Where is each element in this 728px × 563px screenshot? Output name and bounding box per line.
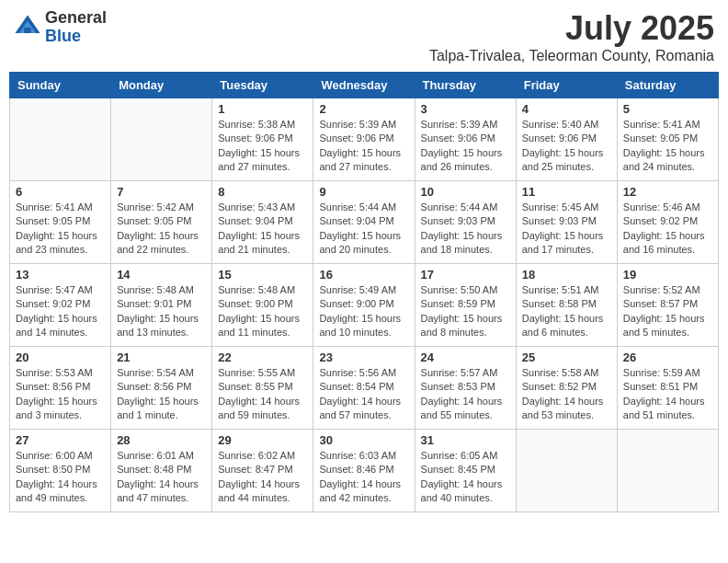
calendar-cell xyxy=(617,430,718,512)
day-number: 27 xyxy=(16,433,105,447)
weekday-header: Tuesday xyxy=(212,73,313,98)
day-info: Sunrise: 5:54 AM Sunset: 8:56 PM Dayligh… xyxy=(117,366,206,423)
calendar-cell: 16Sunrise: 5:49 AM Sunset: 9:00 PM Dayli… xyxy=(313,264,415,347)
day-info: Sunrise: 5:38 AM Sunset: 9:06 PM Dayligh… xyxy=(218,118,307,175)
calendar-cell: 24Sunrise: 5:57 AM Sunset: 8:53 PM Dayli… xyxy=(415,347,516,430)
day-info: Sunrise: 5:41 AM Sunset: 9:05 PM Dayligh… xyxy=(623,118,712,175)
day-number: 15 xyxy=(218,268,307,282)
day-info: Sunrise: 5:40 AM Sunset: 9:06 PM Dayligh… xyxy=(522,118,611,175)
day-number: 2 xyxy=(319,102,408,116)
day-number: 18 xyxy=(522,268,611,282)
calendar-cell: 26Sunrise: 5:59 AM Sunset: 8:51 PM Dayli… xyxy=(617,347,718,430)
calendar-cell: 3Sunrise: 5:39 AM Sunset: 9:06 PM Daylig… xyxy=(415,98,516,181)
day-info: Sunrise: 6:05 AM Sunset: 8:45 PM Dayligh… xyxy=(421,449,510,506)
weekday-header: Sunday xyxy=(10,73,111,98)
calendar-week-row: 27Sunrise: 6:00 AM Sunset: 8:50 PM Dayli… xyxy=(10,430,719,512)
logo-blue: Blue xyxy=(45,28,107,46)
day-number: 20 xyxy=(16,350,105,364)
day-number: 24 xyxy=(421,350,510,364)
weekday-header: Thursday xyxy=(415,73,516,98)
day-number: 9 xyxy=(319,185,408,199)
svg-rect-2 xyxy=(24,28,31,33)
day-number: 17 xyxy=(421,268,510,282)
calendar-cell: 28Sunrise: 6:01 AM Sunset: 8:48 PM Dayli… xyxy=(111,430,212,512)
day-info: Sunrise: 5:48 AM Sunset: 9:01 PM Dayligh… xyxy=(117,283,206,340)
day-info: Sunrise: 6:03 AM Sunset: 8:46 PM Dayligh… xyxy=(319,449,408,506)
logo: General Blue xyxy=(14,9,107,46)
calendar-cell: 22Sunrise: 5:55 AM Sunset: 8:55 PM Dayli… xyxy=(212,347,313,430)
calendar-week-row: 6Sunrise: 5:41 AM Sunset: 9:05 PM Daylig… xyxy=(10,181,719,264)
day-number: 14 xyxy=(117,268,206,282)
logo-icon xyxy=(14,14,41,41)
day-info: Sunrise: 6:01 AM Sunset: 8:48 PM Dayligh… xyxy=(117,449,206,506)
day-number: 25 xyxy=(522,350,611,364)
calendar-cell: 31Sunrise: 6:05 AM Sunset: 8:45 PM Dayli… xyxy=(415,430,516,512)
calendar-week-row: 20Sunrise: 5:53 AM Sunset: 8:56 PM Dayli… xyxy=(10,347,719,430)
day-info: Sunrise: 5:50 AM Sunset: 8:59 PM Dayligh… xyxy=(421,283,510,340)
day-info: Sunrise: 5:51 AM Sunset: 8:58 PM Dayligh… xyxy=(522,283,611,340)
calendar-cell: 21Sunrise: 5:54 AM Sunset: 8:56 PM Dayli… xyxy=(111,347,212,430)
calendar-cell xyxy=(10,98,111,181)
calendar-table: SundayMondayTuesdayWednesdayThursdayFrid… xyxy=(9,72,719,512)
calendar-cell: 12Sunrise: 5:46 AM Sunset: 9:02 PM Dayli… xyxy=(617,181,718,264)
day-number: 7 xyxy=(117,185,206,199)
day-info: Sunrise: 6:02 AM Sunset: 8:47 PM Dayligh… xyxy=(218,449,307,506)
day-info: Sunrise: 5:45 AM Sunset: 9:03 PM Dayligh… xyxy=(522,201,611,258)
title-block: July 2025 Talpa-Trivalea, Teleorman Coun… xyxy=(429,9,714,64)
calendar-title: July 2025 xyxy=(429,9,714,48)
day-number: 30 xyxy=(319,433,408,447)
calendar-cell: 11Sunrise: 5:45 AM Sunset: 9:03 PM Dayli… xyxy=(516,181,617,264)
calendar-cell: 7Sunrise: 5:42 AM Sunset: 9:05 PM Daylig… xyxy=(111,181,212,264)
calendar-cell: 30Sunrise: 6:03 AM Sunset: 8:46 PM Dayli… xyxy=(313,430,415,512)
calendar-cell: 17Sunrise: 5:50 AM Sunset: 8:59 PM Dayli… xyxy=(415,264,516,347)
day-info: Sunrise: 5:49 AM Sunset: 9:00 PM Dayligh… xyxy=(319,283,408,340)
calendar-cell: 27Sunrise: 6:00 AM Sunset: 8:50 PM Dayli… xyxy=(10,430,111,512)
calendar-week-row: 13Sunrise: 5:47 AM Sunset: 9:02 PM Dayli… xyxy=(10,264,719,347)
calendar-cell: 13Sunrise: 5:47 AM Sunset: 9:02 PM Dayli… xyxy=(10,264,111,347)
day-number: 1 xyxy=(218,102,307,116)
day-number: 6 xyxy=(16,185,105,199)
day-number: 5 xyxy=(623,102,712,116)
day-info: Sunrise: 5:55 AM Sunset: 8:55 PM Dayligh… xyxy=(218,366,307,423)
calendar-cell: 6Sunrise: 5:41 AM Sunset: 9:05 PM Daylig… xyxy=(10,181,111,264)
calendar-cell: 23Sunrise: 5:56 AM Sunset: 8:54 PM Dayli… xyxy=(313,347,415,430)
weekday-header: Friday xyxy=(516,73,617,98)
day-info: Sunrise: 5:39 AM Sunset: 9:06 PM Dayligh… xyxy=(319,118,408,175)
day-info: Sunrise: 5:43 AM Sunset: 9:04 PM Dayligh… xyxy=(218,201,307,258)
logo-text: General Blue xyxy=(45,9,107,46)
calendar-cell: 14Sunrise: 5:48 AM Sunset: 9:01 PM Dayli… xyxy=(111,264,212,347)
day-number: 26 xyxy=(623,350,712,364)
calendar-cell: 20Sunrise: 5:53 AM Sunset: 8:56 PM Dayli… xyxy=(10,347,111,430)
calendar-cell: 15Sunrise: 5:48 AM Sunset: 9:00 PM Dayli… xyxy=(212,264,313,347)
day-number: 4 xyxy=(522,102,611,116)
day-info: Sunrise: 5:41 AM Sunset: 9:05 PM Dayligh… xyxy=(16,201,105,258)
calendar-cell: 19Sunrise: 5:52 AM Sunset: 8:57 PM Dayli… xyxy=(617,264,718,347)
calendar-cell: 25Sunrise: 5:58 AM Sunset: 8:52 PM Dayli… xyxy=(516,347,617,430)
calendar-cell: 5Sunrise: 5:41 AM Sunset: 9:05 PM Daylig… xyxy=(617,98,718,181)
day-info: Sunrise: 6:00 AM Sunset: 8:50 PM Dayligh… xyxy=(16,449,105,506)
day-number: 3 xyxy=(421,102,510,116)
day-number: 28 xyxy=(117,433,206,447)
day-number: 13 xyxy=(16,268,105,282)
calendar-cell: 9Sunrise: 5:44 AM Sunset: 9:04 PM Daylig… xyxy=(313,181,415,264)
weekday-header: Wednesday xyxy=(313,73,415,98)
calendar-cell: 4Sunrise: 5:40 AM Sunset: 9:06 PM Daylig… xyxy=(516,98,617,181)
calendar-header-row: SundayMondayTuesdayWednesdayThursdayFrid… xyxy=(10,73,719,98)
logo-general: General xyxy=(45,9,107,28)
calendar-cell: 1Sunrise: 5:38 AM Sunset: 9:06 PM Daylig… xyxy=(212,98,313,181)
day-info: Sunrise: 5:44 AM Sunset: 9:04 PM Dayligh… xyxy=(319,201,408,258)
page-header: General Blue July 2025 Talpa-Trivalea, T… xyxy=(9,9,719,64)
day-info: Sunrise: 5:57 AM Sunset: 8:53 PM Dayligh… xyxy=(421,366,510,423)
day-info: Sunrise: 5:52 AM Sunset: 8:57 PM Dayligh… xyxy=(623,283,712,340)
calendar-cell xyxy=(111,98,212,181)
day-info: Sunrise: 5:42 AM Sunset: 9:05 PM Dayligh… xyxy=(117,201,206,258)
day-info: Sunrise: 5:46 AM Sunset: 9:02 PM Dayligh… xyxy=(623,201,712,258)
day-number: 11 xyxy=(522,185,611,199)
day-number: 8 xyxy=(218,185,307,199)
day-number: 23 xyxy=(319,350,408,364)
calendar-cell: 18Sunrise: 5:51 AM Sunset: 8:58 PM Dayli… xyxy=(516,264,617,347)
day-number: 19 xyxy=(623,268,712,282)
calendar-cell: 10Sunrise: 5:44 AM Sunset: 9:03 PM Dayli… xyxy=(415,181,516,264)
calendar-week-row: 1Sunrise: 5:38 AM Sunset: 9:06 PM Daylig… xyxy=(10,98,719,181)
day-number: 31 xyxy=(421,433,510,447)
